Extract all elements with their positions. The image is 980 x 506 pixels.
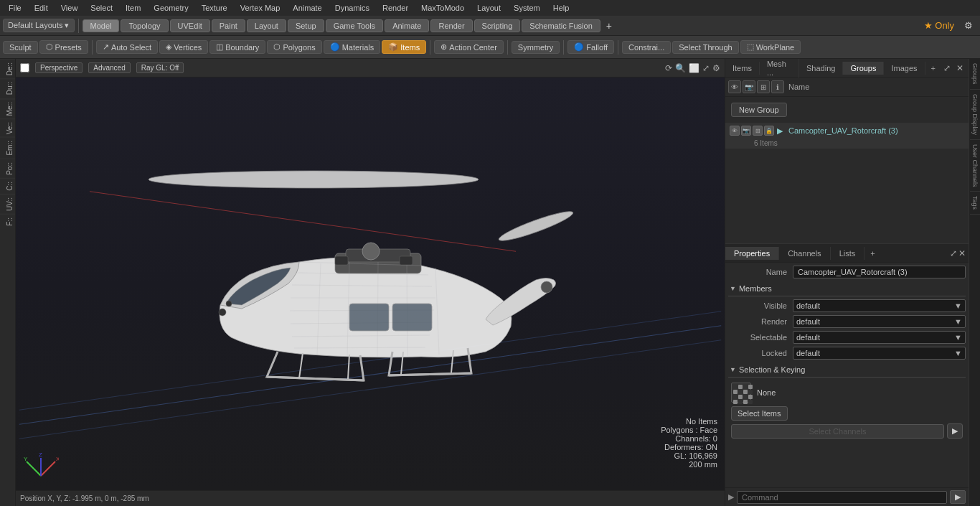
render-dropdown[interactable]: default ▼ bbox=[793, 315, 966, 328]
action-center-button[interactable]: ⊕ Action Center bbox=[434, 40, 504, 54]
constraints-button[interactable]: Constrai... bbox=[622, 41, 671, 54]
locked-dropdown[interactable]: default ▼ bbox=[793, 347, 966, 360]
menu-render[interactable]: Render bbox=[377, 2, 414, 14]
presets-button[interactable]: ⬡ Presets bbox=[39, 40, 88, 54]
workplane-button[interactable]: ⬚ WorkPlane bbox=[740, 40, 801, 54]
falloff-button[interactable]: 🔵 Falloff bbox=[567, 40, 614, 54]
tab-items[interactable]: Items bbox=[725, 62, 760, 75]
side-btn-du[interactable]: Du:: bbox=[0, 78, 15, 98]
tab-shading[interactable]: Shading bbox=[799, 62, 843, 75]
command-input[interactable] bbox=[737, 491, 947, 504]
resize-icon[interactable]: ⤢ bbox=[941, 62, 953, 75]
layout-tab-animate[interactable]: Animate bbox=[385, 19, 429, 32]
vertices-button[interactable]: ◈ Vertices bbox=[159, 40, 208, 54]
menu-dynamics[interactable]: Dynamics bbox=[329, 2, 375, 14]
side-btn-de[interactable]: De:: bbox=[0, 59, 15, 78]
menu-file[interactable]: File bbox=[3, 2, 27, 14]
group-eye-btn[interactable]: 👁 bbox=[730, 126, 740, 136]
menu-system[interactable]: System bbox=[508, 2, 546, 14]
materials-button[interactable]: 🔵 Materials bbox=[324, 40, 381, 54]
group-expand-icon[interactable]: ▶ bbox=[777, 126, 783, 136]
side-tab-groups[interactable]: Groups bbox=[970, 59, 980, 90]
menu-maxtomodo[interactable]: MaxToModo bbox=[415, 2, 470, 14]
props-tab-lists[interactable]: Lists bbox=[831, 247, 865, 260]
props-tab-add[interactable]: + bbox=[864, 247, 880, 260]
props-resize-icon[interactable]: ⤢ bbox=[950, 248, 957, 258]
boundary-button[interactable]: ◫ Boundary bbox=[209, 40, 265, 54]
layout-tab-paint[interactable]: Paint bbox=[212, 19, 245, 32]
menu-select[interactable]: Select bbox=[85, 2, 118, 14]
keying-grid[interactable] bbox=[731, 383, 751, 403]
props-tab-properties[interactable]: Properties bbox=[725, 247, 779, 260]
side-btn-f[interactable]: F:: bbox=[0, 214, 15, 229]
menu-texture[interactable]: Texture bbox=[196, 2, 233, 14]
layout-tab-gametools[interactable]: Game Tools bbox=[326, 19, 384, 32]
menu-edit[interactable]: Edit bbox=[29, 2, 54, 14]
layout-add-tab-button[interactable]: + bbox=[602, 19, 616, 33]
side-btn-c[interactable]: C:: bbox=[0, 178, 15, 194]
menu-help[interactable]: Help bbox=[547, 2, 575, 14]
side-tab-user-channels[interactable]: User Channels bbox=[970, 140, 980, 192]
viewport-dot-toggle[interactable] bbox=[20, 63, 29, 72]
advanced-button[interactable]: Advanced bbox=[88, 62, 130, 73]
polygons-button[interactable]: ⬡ Polygons bbox=[267, 40, 321, 54]
name-input[interactable] bbox=[793, 266, 966, 278]
raygl-button[interactable]: Ray GL: Off bbox=[136, 62, 184, 73]
select-items-button[interactable]: Select Items bbox=[731, 406, 788, 421]
tab-groups[interactable]: Groups bbox=[843, 62, 884, 75]
selectable-dropdown[interactable]: default ▼ bbox=[793, 331, 966, 344]
groups-eye-icon[interactable]: 👁 bbox=[728, 80, 741, 93]
layout-tab-setup[interactable]: Setup bbox=[288, 19, 324, 32]
menu-item[interactable]: Item bbox=[120, 2, 146, 14]
visible-dropdown[interactable]: default ▼ bbox=[793, 299, 966, 312]
items-button[interactable]: 📦 Items bbox=[382, 40, 426, 54]
layout-tab-topology[interactable]: Topology bbox=[121, 19, 168, 32]
frame-icon[interactable]: ⬜ bbox=[689, 63, 699, 73]
layout-tab-scripting[interactable]: Scripting bbox=[474, 19, 521, 32]
zoom-icon[interactable]: 🔍 bbox=[675, 63, 686, 73]
perspective-button[interactable]: Perspective bbox=[35, 62, 83, 73]
menu-geometry[interactable]: Geometry bbox=[148, 2, 194, 14]
groups-cam-icon[interactable]: 📷 bbox=[743, 80, 755, 93]
group-visibility-btn[interactable]: ⊞ bbox=[753, 126, 763, 136]
side-btn-po[interactable]: Po:: bbox=[0, 159, 15, 178]
menu-vertex-map[interactable]: Vertex Map bbox=[235, 2, 286, 14]
props-close-icon[interactable]: ✕ bbox=[958, 248, 966, 258]
side-btn-me[interactable]: Me:: bbox=[0, 98, 15, 118]
selection-keying-header[interactable]: ▼ Selection & Keying bbox=[728, 362, 966, 378]
props-tab-channels[interactable]: Channels bbox=[779, 247, 830, 260]
layout-gear-icon[interactable]: ⚙ bbox=[960, 19, 977, 32]
tab-images[interactable]: Images bbox=[884, 62, 925, 75]
select-channels-button[interactable]: Select Channels bbox=[731, 424, 944, 439]
side-tab-tags[interactable]: Tags bbox=[970, 192, 980, 215]
menu-animate[interactable]: Animate bbox=[287, 2, 327, 14]
arrow-right-button[interactable]: ▶ bbox=[947, 423, 963, 439]
layout-tab-model[interactable]: Model bbox=[83, 19, 120, 32]
side-btn-uv[interactable]: UV:: bbox=[0, 194, 15, 214]
group-render-btn[interactable]: 📷 bbox=[741, 126, 751, 136]
members-section-header[interactable]: ▼ Members bbox=[728, 281, 966, 296]
maximize-icon[interactable]: ⤢ bbox=[702, 63, 710, 73]
new-group-button[interactable]: New Group bbox=[731, 103, 787, 117]
symmetry-button[interactable]: Symmetry bbox=[512, 41, 560, 54]
groups-grid-icon[interactable]: ⊞ bbox=[757, 80, 770, 93]
settings-icon[interactable]: ⚙ bbox=[712, 63, 720, 73]
command-go-button[interactable]: ▶ bbox=[950, 490, 966, 504]
side-btn-ve[interactable]: Ve:: bbox=[0, 118, 15, 137]
menu-view[interactable]: View bbox=[55, 2, 84, 14]
group-item[interactable]: 👁 📷 ⊞ 🔒 ▶ Camcopter_UAV_Rotorcraft (3) bbox=[725, 123, 969, 138]
tab-mesh[interactable]: Mesh ... bbox=[760, 59, 799, 79]
side-tab-group-display[interactable]: Group Display bbox=[970, 90, 980, 140]
side-btn-em[interactable]: Em:: bbox=[0, 137, 15, 159]
tab-add-button[interactable]: + bbox=[925, 62, 941, 75]
layout-tab-schematic-fusion[interactable]: Schematic Fusion bbox=[522, 19, 600, 32]
close-icon[interactable]: ✕ bbox=[954, 62, 966, 75]
group-lock-btn[interactable]: 🔒 bbox=[764, 126, 774, 136]
sculpt-button[interactable]: Sculpt bbox=[3, 41, 38, 54]
select-through-button[interactable]: Select Through bbox=[672, 41, 738, 54]
auto-select-button[interactable]: ↗ Auto Select bbox=[96, 40, 158, 54]
layout-preset-selector[interactable]: Default Layouts ▾ bbox=[3, 19, 75, 32]
groups-info-icon[interactable]: ℹ bbox=[771, 80, 784, 93]
menu-layout[interactable]: Layout bbox=[471, 2, 507, 14]
layout-tab-uvedit[interactable]: UVEdit bbox=[170, 19, 210, 32]
